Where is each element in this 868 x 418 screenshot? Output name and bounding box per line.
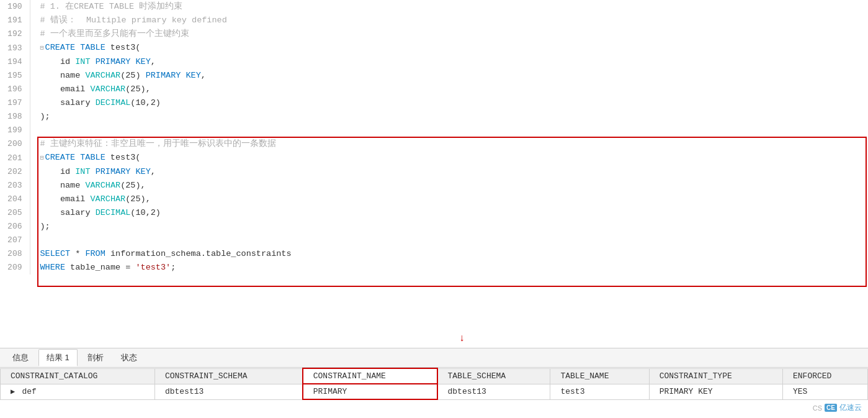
line-number: 206	[0, 220, 30, 234]
code-token: KEY	[186, 71, 200, 80]
column-header: CONSTRAINT_CATALOG	[1, 368, 155, 384]
line-code: SELECT * FROM information_schema.table_c…	[30, 247, 868, 261]
tab-info[interactable]: 信息	[5, 350, 36, 366]
code-token: ,	[151, 57, 156, 66]
code-token: (25),	[120, 181, 146, 190]
code-line: 195 name VARCHAR(25) PRIMARY KEY,	[0, 69, 868, 83]
line-number: 203	[0, 179, 30, 193]
code-token: VARCHAR	[91, 194, 126, 204]
code-token: PRIMARY	[146, 71, 181, 80]
line-number: 205	[0, 206, 30, 220]
scroll-indicator: ↓	[459, 333, 465, 344]
code-token: # 一个表里而至多只能有一个主键约束	[40, 29, 189, 39]
line-number: 194	[0, 55, 30, 69]
table-cell: PRIMARY KEY	[649, 384, 782, 399]
line-number: 204	[0, 193, 30, 206]
editor-area: 190# 1. 在CREATE TABLE 时添加约束191# 错误： Mult…	[0, 0, 868, 348]
tab-status[interactable]: 状态	[114, 350, 145, 366]
line-number: 200	[0, 137, 30, 151]
column-header: TABLE_NAME	[550, 368, 649, 384]
tab-profile[interactable]: 剖析	[80, 350, 111, 366]
line-number: 201	[0, 151, 30, 165]
table-cell: dbtest13	[437, 384, 550, 399]
watermark-cs: CS	[813, 404, 822, 412]
column-header: CONSTRAINT_NAME	[303, 368, 437, 384]
table-cell: dbtest13	[154, 384, 302, 399]
line-code: email VARCHAR(25),	[30, 193, 868, 206]
code-token: SELECT	[40, 249, 71, 258]
tabs-bar: 信息 结果 1 剖析 状态	[0, 348, 868, 368]
code-token: id	[40, 167, 76, 176]
column-header: CONSTRAINT_TYPE	[649, 368, 782, 384]
code-token: );	[40, 112, 50, 121]
code-token: TABLE	[80, 43, 105, 52]
code-token: KEY	[135, 167, 150, 176]
code-line: 209WHERE table_name = 'test3';	[0, 261, 868, 275]
code-token: FROM	[85, 249, 105, 258]
watermark-logo: CE	[825, 404, 837, 412]
line-code: # 一个表里而至多只能有一个主键约束	[30, 27, 868, 41]
line-number: 208	[0, 247, 30, 261]
line-code: ⊟CREATE TABLE test3(	[30, 41, 868, 55]
code-token: VARCHAR	[91, 84, 126, 94]
column-header: CONSTRAINT_SCHEMA	[154, 368, 302, 384]
line-number: 191	[0, 14, 30, 27]
fold-icon[interactable]: ⊟	[40, 45, 44, 52]
code-line: 208SELECT * FROM information_schema.tabl…	[0, 247, 868, 261]
code-token: KEY	[135, 57, 150, 66]
line-code: salary DECIMAL(10,2)	[30, 96, 868, 110]
code-line: 207	[0, 234, 868, 247]
line-number: 199	[0, 124, 30, 137]
line-code: salary DECIMAL(10,2)	[30, 206, 868, 220]
code-token: test3(	[105, 153, 141, 162]
code-line: 193⊟CREATE TABLE test3(	[0, 41, 868, 55]
code-token: id	[40, 57, 76, 66]
code-token: information_schema.table_constraints	[105, 249, 292, 258]
line-code: email VARCHAR(25),	[30, 83, 868, 96]
code-token: ,	[151, 167, 156, 176]
line-number: 193	[0, 41, 30, 55]
code-token: );	[40, 222, 50, 231]
column-header: TABLE_SCHEMA	[437, 368, 550, 384]
code-line: 191# 错误： Multiple primary key defined	[0, 14, 868, 27]
code-line: 196 email VARCHAR(25),	[0, 83, 868, 96]
code-token: table_name =	[65, 263, 135, 272]
code-token: DECIMAL	[96, 98, 131, 107]
code-token: # 错误： Multiple primary key defined	[40, 16, 227, 25]
code-token: salary	[40, 98, 96, 107]
code-line: 200# 主键约束特征：非空且唯一，用于唯一标识表中的一条数据	[0, 137, 868, 151]
code-token: VARCHAR	[85, 181, 120, 190]
code-token: CREATE	[45, 43, 76, 52]
code-token: # 主键约束特征：非空且唯一，用于唯一标识表中的一条数据	[40, 139, 276, 148]
line-number: 190	[0, 0, 30, 14]
code-token: email	[40, 194, 91, 204]
watermark-site: 亿速云	[839, 402, 862, 413]
line-number: 196	[0, 83, 30, 96]
fold-icon[interactable]: ⊟	[40, 155, 44, 161]
code-token: # 1. 在CREATE TABLE 时添加约束	[40, 2, 183, 11]
line-number: 207	[0, 234, 30, 247]
code-token: VARCHAR	[85, 71, 120, 80]
code-token: TABLE	[80, 153, 105, 162]
code-token: (25),	[125, 194, 151, 204]
line-number: 202	[0, 165, 30, 179]
code-token: (25)	[120, 71, 146, 80]
code-token: name	[40, 71, 86, 80]
code-token: test3(	[105, 43, 141, 52]
tab-result1[interactable]: 结果 1	[38, 349, 78, 366]
results-area: CONSTRAINT_CATALOGCONSTRAINT_SCHEMACONST…	[0, 368, 868, 418]
code-line: 194 id INT PRIMARY KEY,	[0, 55, 868, 69]
code-token: email	[40, 84, 91, 94]
code-line: 204 email VARCHAR(25),	[0, 193, 868, 206]
table-cell: test3	[550, 384, 649, 399]
line-number: 195	[0, 69, 30, 83]
code-token: ,	[201, 71, 206, 80]
code-line: 203 name VARCHAR(25),	[0, 179, 868, 193]
table-cell: ▶ def	[1, 384, 155, 399]
code-token	[91, 57, 96, 66]
line-code: name VARCHAR(25) PRIMARY KEY,	[30, 69, 868, 83]
code-token: name	[40, 181, 86, 190]
code-token: (10,2)	[130, 98, 161, 107]
table-cell: PRIMARY	[303, 384, 437, 399]
line-code: name VARCHAR(25),	[30, 179, 868, 193]
